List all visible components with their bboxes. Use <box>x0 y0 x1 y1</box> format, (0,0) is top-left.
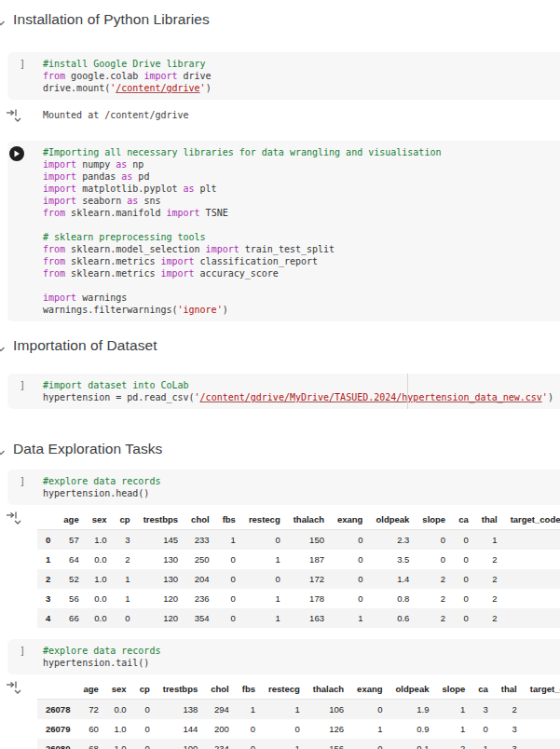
code-cell-import-libraries: #Importing all necessary libraries for d… <box>7 141 560 321</box>
table-cell: 0 <box>216 589 242 608</box>
table-cell: 0 <box>524 719 560 739</box>
chevron-down-icon[interactable] <box>0 444 6 454</box>
column-header <box>37 511 57 530</box>
execution-count-bracket[interactable]: ] <box>20 646 25 656</box>
column-header: oldpeak <box>369 511 416 530</box>
code-line: drive.mount('/content/gdrive') <box>43 82 560 94</box>
table-cell: 0 <box>114 608 137 628</box>
table-cell: 250 <box>184 550 216 569</box>
row-index: 4 <box>37 608 57 628</box>
column-header: exang <box>350 680 389 700</box>
table-cell: 2 <box>475 608 504 628</box>
code-cell-explore-head: ] #explore data recordshypertension.head… <box>7 470 560 505</box>
column-header: thal <box>475 511 504 530</box>
execution-count-bracket[interactable]: ] <box>20 59 25 69</box>
table-cell: 1 <box>475 530 504 551</box>
dataframe-head-table: agesexcptrestbpscholfbsrestecgthalachexa… <box>37 511 560 628</box>
code-editor[interactable]: #install Google Drive libraryfrom google… <box>43 58 560 94</box>
cell-run-gutter[interactable]: ] <box>7 645 43 669</box>
column-header: ca <box>471 680 495 700</box>
section-header-importation: Importation of Dataset <box>0 337 560 354</box>
cell-output-tail-table: agesexcptrestbpscholfbsrestecgthalachexa… <box>7 680 560 749</box>
table-cell: 1 <box>242 589 287 608</box>
cell-run-gutter[interactable] <box>7 146 43 316</box>
table-cell: 0 <box>416 550 452 569</box>
column-header: cp <box>114 511 137 530</box>
code-editor[interactable]: #Importing all necessary libraries for d… <box>43 146 560 316</box>
code-editor[interactable]: #explore data recordshypertension.tail() <box>43 645 560 669</box>
column-header: sex <box>86 511 114 530</box>
code-line <box>43 279 560 292</box>
table-cell: 52 <box>57 569 85 589</box>
table-cell: 0.0 <box>86 589 114 608</box>
column-header: oldpeak <box>389 680 436 700</box>
execution-count-bracket[interactable]: ] <box>20 380 25 390</box>
table-cell: 178 <box>287 589 331 608</box>
table-cell: 2.3 <box>369 530 416 551</box>
table-cell: 187 <box>287 550 331 569</box>
table-cell: 0 <box>452 530 475 551</box>
table-cell: 1.0 <box>105 739 133 749</box>
table-cell: 3.5 <box>369 550 416 569</box>
table-cell: 0 <box>216 569 242 589</box>
code-line: #explore data records <box>43 645 560 657</box>
table-cell: 2 <box>114 550 137 569</box>
table-cell: 1 <box>262 700 307 720</box>
table-cell: 0 <box>133 719 157 739</box>
code-cell-explore-tail: ] #explore data recordshypertension.tail… <box>7 639 560 674</box>
table-cell: 0 <box>133 700 157 720</box>
table-row: 0571.031452331015002.30011Present <box>37 530 560 551</box>
code-line: from sklearn.model_selection import trai… <box>43 243 560 255</box>
table-cell: 120 <box>137 589 184 608</box>
row-index: 26079 <box>37 719 76 739</box>
code-line: import numpy as np <box>43 158 560 170</box>
column-header: cp <box>133 680 157 700</box>
table-cell: 1.0 <box>86 530 114 551</box>
code-line: # sklearn preprocessing tools <box>43 231 560 243</box>
table-cell: 1.0 <box>105 719 133 739</box>
table-cell: 1.9 <box>389 700 436 720</box>
table-cell: 0 <box>452 608 475 628</box>
table-cell: 100 <box>157 739 204 749</box>
code-line: hypertension = pd.read_csv('/content/gdr… <box>43 391 560 403</box>
table-cell: 0 <box>350 739 389 749</box>
table-cell: 204 <box>184 569 216 589</box>
cell-run-gutter[interactable]: ] <box>7 379 43 403</box>
table-cell: 156 <box>307 739 350 749</box>
dataframe-tail-table: agesexcptrestbpscholfbsrestecgthalachexa… <box>37 680 560 749</box>
table-row: 4660.001203540116310.62021Present <box>37 608 560 628</box>
chevron-down-icon[interactable] <box>0 341 6 350</box>
output-gutter <box>7 511 35 628</box>
output-toggle-icon[interactable] <box>5 680 23 699</box>
table-cell: 130 <box>137 550 184 569</box>
code-line: #Importing all necessary libraries for d… <box>43 146 560 158</box>
table-cell: 2 <box>475 569 504 589</box>
table-cell: 2 <box>435 739 471 749</box>
table-cell: 130 <box>137 569 184 589</box>
table-cell: 294 <box>204 700 236 720</box>
table-cell: 233 <box>184 530 216 551</box>
code-cell-install-gdrive: ] #install Google Drive libraryfrom goog… <box>7 52 560 100</box>
table-cell: 1 <box>504 569 560 589</box>
table-cell: 1.0 <box>86 569 114 589</box>
table-cell: 0 <box>350 700 389 720</box>
table-cell: 0 <box>331 530 369 551</box>
code-line: #install Google Drive library <box>43 58 560 70</box>
play-circle-icon[interactable] <box>9 146 24 161</box>
output-toggle-icon[interactable] <box>5 108 23 127</box>
column-header: exang <box>331 511 369 530</box>
code-editor[interactable]: #explore data recordshypertension.head() <box>43 475 560 499</box>
table-cell: 1 <box>504 530 560 551</box>
code-editor[interactable]: #import dataset into CoLabhypertension =… <box>43 379 560 403</box>
table-cell: 1 <box>331 608 369 628</box>
cell-run-gutter[interactable]: ] <box>7 58 43 94</box>
output-toggle-icon[interactable] <box>5 511 23 529</box>
chevron-down-icon[interactable] <box>0 15 6 24</box>
table-cell: 0 <box>471 719 495 739</box>
row-index: 3 <box>37 589 57 608</box>
execution-count-bracket[interactable]: ] <box>20 476 25 486</box>
table-header-row: agesexcptrestbpscholfbsrestecgthalachexa… <box>37 511 560 530</box>
table-cell: 0.0 <box>86 608 114 628</box>
table-cell: 0 <box>216 608 242 628</box>
cell-run-gutter[interactable]: ] <box>7 475 43 499</box>
